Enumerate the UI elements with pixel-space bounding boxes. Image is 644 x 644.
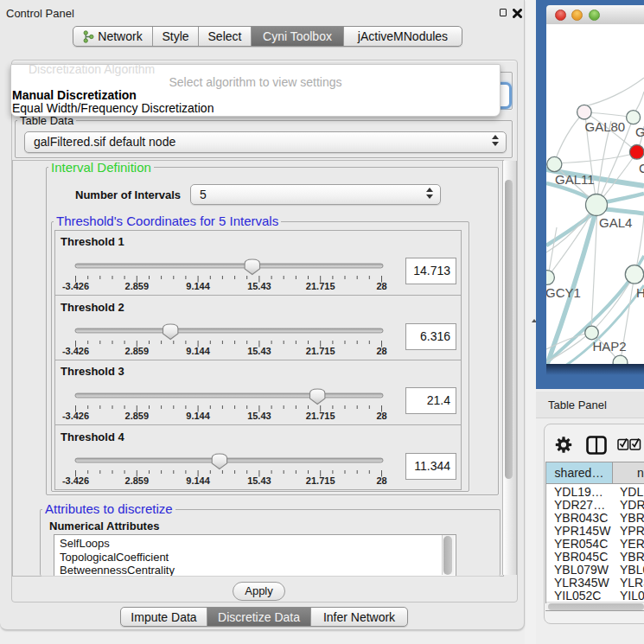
svg-text:28: 28 bbox=[376, 281, 386, 291]
svg-text:15.43: 15.43 bbox=[247, 281, 271, 291]
svg-text:GAL11: GAL11 bbox=[555, 172, 595, 187]
svg-text:GAL4: GAL4 bbox=[599, 215, 632, 230]
svg-text:2.859: 2.859 bbox=[125, 346, 150, 356]
svg-text:28: 28 bbox=[376, 411, 386, 421]
svg-text:9.144: 9.144 bbox=[186, 411, 210, 421]
svg-text:9.144: 9.144 bbox=[186, 475, 210, 486]
svg-text:-3.426: -3.426 bbox=[62, 346, 89, 356]
svg-text:2.859: 2.859 bbox=[125, 411, 150, 421]
svg-text:-3.426: -3.426 bbox=[62, 281, 89, 291]
svg-text:-3.426: -3.426 bbox=[62, 411, 89, 421]
svg-text:15.43: 15.43 bbox=[247, 411, 271, 421]
svg-text:28: 28 bbox=[376, 346, 386, 356]
svg-text:-3.426: -3.426 bbox=[62, 475, 89, 486]
svg-text:GCY1: GCY1 bbox=[546, 285, 581, 300]
svg-text:15.43: 15.43 bbox=[247, 346, 271, 356]
svg-text:21.715: 21.715 bbox=[306, 346, 335, 356]
svg-text:2.859: 2.859 bbox=[125, 281, 150, 291]
svg-text:9.144: 9.144 bbox=[186, 346, 210, 356]
svg-text:9.144: 9.144 bbox=[186, 281, 210, 291]
svg-text:21.715: 21.715 bbox=[306, 411, 335, 421]
svg-text:HAP2: HAP2 bbox=[593, 339, 627, 354]
svg-text:21.715: 21.715 bbox=[306, 475, 335, 486]
svg-text:C: C bbox=[639, 161, 644, 175]
svg-text:21.715: 21.715 bbox=[306, 281, 335, 291]
svg-text:15.43: 15.43 bbox=[247, 475, 271, 486]
svg-text:GAL80: GAL80 bbox=[585, 119, 626, 134]
svg-text:H: H bbox=[636, 285, 644, 300]
svg-text:GA: GA bbox=[635, 124, 644, 139]
svg-text:28: 28 bbox=[376, 475, 386, 486]
svg-text:2.859: 2.859 bbox=[125, 475, 150, 486]
